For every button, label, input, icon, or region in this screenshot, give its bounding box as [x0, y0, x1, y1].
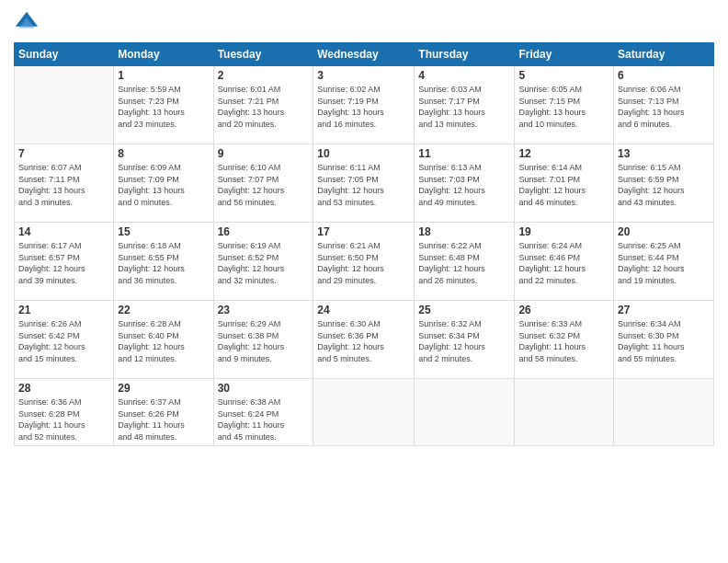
day-number: 12: [518, 147, 609, 160]
day-info: Sunrise: 6:13 AM Sunset: 7:03 PM Dayligh…: [418, 162, 510, 208]
calendar-cell: 9Sunrise: 6:10 AM Sunset: 7:07 PM Daylig…: [213, 144, 313, 223]
day-number: 1: [118, 69, 209, 82]
day-info: Sunrise: 6:34 AM Sunset: 6:30 PM Dayligh…: [618, 318, 710, 364]
day-info: Sunrise: 6:32 AM Sunset: 6:34 PM Dayligh…: [418, 318, 510, 364]
calendar-cell: 20Sunrise: 6:25 AM Sunset: 6:44 PM Dayli…: [614, 223, 714, 301]
day-number: 17: [317, 225, 410, 238]
day-number: 26: [518, 304, 609, 316]
day-info: Sunrise: 6:18 AM Sunset: 6:55 PM Dayligh…: [118, 240, 209, 286]
day-info: Sunrise: 6:21 AM Sunset: 6:50 PM Dayligh…: [317, 240, 410, 286]
day-number: 8: [118, 147, 209, 160]
calendar-cell: 8Sunrise: 6:09 AM Sunset: 7:09 PM Daylig…: [114, 144, 213, 223]
calendar-cell: 19Sunrise: 6:24 AM Sunset: 6:46 PM Dayli…: [515, 223, 614, 301]
day-info: Sunrise: 6:01 AM Sunset: 7:21 PM Dayligh…: [218, 84, 310, 130]
calendar-cell: 23Sunrise: 6:29 AM Sunset: 6:38 PM Dayli…: [213, 301, 313, 379]
calendar-cell: 14Sunrise: 6:17 AM Sunset: 6:57 PM Dayli…: [15, 223, 114, 301]
calendar-cell: 5Sunrise: 6:05 AM Sunset: 7:15 PM Daylig…: [515, 66, 614, 144]
logo: [14, 9, 43, 35]
header: [14, 9, 714, 35]
day-info: Sunrise: 6:25 AM Sunset: 6:44 PM Dayligh…: [618, 240, 710, 286]
day-info: Sunrise: 6:10 AM Sunset: 7:07 PM Dayligh…: [218, 162, 310, 208]
week-row-4: 21Sunrise: 6:26 AM Sunset: 6:42 PM Dayli…: [15, 301, 714, 379]
calendar-cell: 18Sunrise: 6:22 AM Sunset: 6:48 PM Dayli…: [415, 223, 515, 301]
day-info: Sunrise: 6:03 AM Sunset: 7:17 PM Dayligh…: [418, 84, 510, 130]
day-info: Sunrise: 6:09 AM Sunset: 7:09 PM Dayligh…: [118, 162, 209, 208]
logo-icon: [14, 9, 40, 35]
day-number: 19: [518, 225, 609, 238]
day-info: Sunrise: 6:22 AM Sunset: 6:48 PM Dayligh…: [418, 240, 510, 286]
weekday-header-row: SundayMondayTuesdayWednesdayThursdayFrid…: [15, 43, 714, 66]
day-number: 4: [418, 69, 510, 82]
calendar-cell: [415, 379, 515, 446]
day-number: 16: [218, 225, 310, 238]
calendar-cell: 16Sunrise: 6:19 AM Sunset: 6:52 PM Dayli…: [213, 223, 313, 301]
day-number: 6: [618, 69, 710, 82]
day-info: Sunrise: 5:59 AM Sunset: 7:23 PM Dayligh…: [118, 84, 209, 130]
day-info: Sunrise: 6:28 AM Sunset: 6:40 PM Dayligh…: [118, 318, 209, 364]
calendar-cell: 3Sunrise: 6:02 AM Sunset: 7:19 PM Daylig…: [313, 66, 415, 144]
calendar-cell: 7Sunrise: 6:07 AM Sunset: 7:11 PM Daylig…: [15, 144, 114, 223]
day-number: 15: [118, 225, 209, 238]
day-number: 30: [218, 382, 310, 395]
day-info: Sunrise: 6:33 AM Sunset: 6:32 PM Dayligh…: [518, 318, 609, 364]
calendar: SundayMondayTuesdayWednesdayThursdayFrid…: [14, 42, 714, 446]
calendar-cell: 2Sunrise: 6:01 AM Sunset: 7:21 PM Daylig…: [213, 66, 313, 144]
week-row-2: 7Sunrise: 6:07 AM Sunset: 7:11 PM Daylig…: [15, 144, 714, 223]
day-info: Sunrise: 6:11 AM Sunset: 7:05 PM Dayligh…: [317, 162, 410, 208]
day-number: 24: [317, 304, 410, 316]
page: SundayMondayTuesdayWednesdayThursdayFrid…: [0, 0, 728, 563]
day-number: 9: [218, 147, 310, 160]
day-number: 22: [118, 304, 209, 316]
day-info: Sunrise: 6:24 AM Sunset: 6:46 PM Dayligh…: [518, 240, 609, 286]
calendar-cell: 30Sunrise: 6:38 AM Sunset: 6:24 PM Dayli…: [213, 379, 313, 446]
day-number: 3: [317, 69, 410, 82]
calendar-cell: [614, 379, 714, 446]
week-row-1: 1Sunrise: 5:59 AM Sunset: 7:23 PM Daylig…: [15, 66, 714, 144]
weekday-header-sunday: Sunday: [15, 43, 114, 66]
day-number: 20: [618, 225, 710, 238]
calendar-cell: 27Sunrise: 6:34 AM Sunset: 6:30 PM Dayli…: [614, 301, 714, 379]
day-info: Sunrise: 6:26 AM Sunset: 6:42 PM Dayligh…: [18, 318, 109, 364]
day-number: 5: [518, 69, 609, 82]
weekday-header-friday: Friday: [515, 43, 614, 66]
calendar-cell: 11Sunrise: 6:13 AM Sunset: 7:03 PM Dayli…: [415, 144, 515, 223]
day-info: Sunrise: 6:37 AM Sunset: 6:26 PM Dayligh…: [118, 396, 209, 442]
day-number: 21: [18, 304, 109, 316]
day-info: Sunrise: 6:36 AM Sunset: 6:28 PM Dayligh…: [18, 396, 109, 442]
calendar-cell: [515, 379, 614, 446]
calendar-cell: 1Sunrise: 5:59 AM Sunset: 7:23 PM Daylig…: [114, 66, 213, 144]
calendar-cell: 4Sunrise: 6:03 AM Sunset: 7:17 PM Daylig…: [415, 66, 515, 144]
calendar-cell: 6Sunrise: 6:06 AM Sunset: 7:13 PM Daylig…: [614, 66, 714, 144]
calendar-cell: 12Sunrise: 6:14 AM Sunset: 7:01 PM Dayli…: [515, 144, 614, 223]
day-number: 28: [18, 382, 109, 395]
calendar-cell: 17Sunrise: 6:21 AM Sunset: 6:50 PM Dayli…: [313, 223, 415, 301]
calendar-cell: [313, 379, 415, 446]
weekday-header-wednesday: Wednesday: [313, 43, 415, 66]
day-info: Sunrise: 6:02 AM Sunset: 7:19 PM Dayligh…: [317, 84, 410, 130]
calendar-cell: 25Sunrise: 6:32 AM Sunset: 6:34 PM Dayli…: [415, 301, 515, 379]
weekday-header-tuesday: Tuesday: [213, 43, 313, 66]
day-info: Sunrise: 6:30 AM Sunset: 6:36 PM Dayligh…: [317, 318, 410, 364]
weekday-header-monday: Monday: [114, 43, 213, 66]
day-number: 2: [218, 69, 310, 82]
day-info: Sunrise: 6:14 AM Sunset: 7:01 PM Dayligh…: [518, 162, 609, 208]
day-number: 29: [118, 382, 209, 395]
calendar-cell: 21Sunrise: 6:26 AM Sunset: 6:42 PM Dayli…: [15, 301, 114, 379]
day-info: Sunrise: 6:29 AM Sunset: 6:38 PM Dayligh…: [218, 318, 310, 364]
day-info: Sunrise: 6:05 AM Sunset: 7:15 PM Dayligh…: [518, 84, 609, 130]
day-number: 11: [418, 147, 510, 160]
day-info: Sunrise: 6:15 AM Sunset: 6:59 PM Dayligh…: [618, 162, 710, 208]
calendar-cell: 13Sunrise: 6:15 AM Sunset: 6:59 PM Dayli…: [614, 144, 714, 223]
calendar-cell: 24Sunrise: 6:30 AM Sunset: 6:36 PM Dayli…: [313, 301, 415, 379]
day-number: 7: [18, 147, 109, 160]
day-number: 13: [618, 147, 710, 160]
weekday-header-thursday: Thursday: [415, 43, 515, 66]
day-number: 18: [418, 225, 510, 238]
week-row-3: 14Sunrise: 6:17 AM Sunset: 6:57 PM Dayli…: [15, 223, 714, 301]
week-row-5: 28Sunrise: 6:36 AM Sunset: 6:28 PM Dayli…: [15, 379, 714, 446]
weekday-header-saturday: Saturday: [614, 43, 714, 66]
calendar-cell: 10Sunrise: 6:11 AM Sunset: 7:05 PM Dayli…: [313, 144, 415, 223]
day-number: 10: [317, 147, 410, 160]
calendar-cell: 22Sunrise: 6:28 AM Sunset: 6:40 PM Dayli…: [114, 301, 213, 379]
day-number: 25: [418, 304, 510, 316]
